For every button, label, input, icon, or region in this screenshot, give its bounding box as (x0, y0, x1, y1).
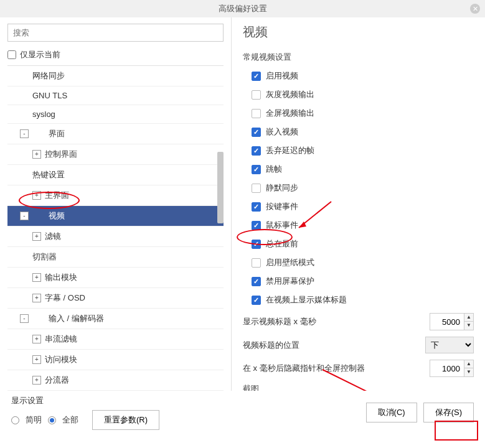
checkbox[interactable] (252, 72, 261, 81)
checkbox[interactable] (252, 165, 261, 174)
checkbox-label: 丢弃延迟的帧 (266, 145, 314, 156)
category-icon (32, 314, 45, 323)
page-title: 视频 (243, 24, 474, 40)
title-ms-spinbox[interactable]: ▲▼ (430, 313, 474, 330)
collapse-icon[interactable]: - (20, 129, 29, 138)
left-panel: 仅显示当前 网络同步GNU TLSsyslog-界面+控制界面热键设置+主界面-… (0, 17, 232, 391)
tree-item-label: 访问模块 (45, 354, 77, 365)
tree-item[interactable]: GNU TLS (7, 86, 224, 105)
tree-item-label: 字幕 / OSD (45, 292, 85, 304)
expand-icon[interactable]: + (32, 355, 41, 364)
checkbox[interactable] (252, 146, 261, 156)
expand-icon[interactable]: + (32, 273, 41, 282)
title-ms-label: 显示视频标题 x 毫秒 (243, 316, 430, 327)
hide-ms-input[interactable] (430, 360, 464, 377)
checkbox[interactable] (252, 184, 261, 193)
checkbox-label: 按键事件 (266, 201, 298, 212)
tree-item[interactable]: +分流器 (7, 370, 224, 391)
checkbox[interactable] (252, 202, 261, 212)
close-icon[interactable]: ✕ (470, 4, 480, 14)
checkbox-row: 启用壁纸模式 (252, 257, 474, 268)
checkbox[interactable] (252, 109, 261, 118)
tree-item[interactable]: +访问模块 (7, 350, 224, 370)
tree-item[interactable]: +控制界面 (7, 144, 224, 165)
checkbox[interactable] (252, 277, 261, 286)
tree-item[interactable]: +滤镜 (7, 226, 224, 247)
tree-item[interactable]: +字幕 / OSD (7, 288, 224, 309)
checkbox[interactable] (252, 128, 261, 137)
checkbox-row: 鼠标事件 (252, 220, 474, 231)
spin-up-icon[interactable]: ▲ (464, 314, 473, 322)
checkbox-row: 静默同步 (252, 182, 474, 194)
title-ms-input[interactable] (430, 313, 464, 330)
settings-tree: 网络同步GNU TLSsyslog-界面+控制界面热键设置+主界面-视频+滤镜切… (7, 65, 224, 391)
tree-item[interactable]: 切割器 (7, 247, 224, 268)
search-input[interactable] (7, 24, 224, 42)
expand-icon[interactable]: + (32, 335, 41, 343)
all-radio[interactable] (48, 416, 56, 424)
title-pos-label: 视频标题的位置 (243, 340, 425, 351)
footer: 显示设置 简明 全部 重置参数(R) 取消(C) 保存(S) (0, 391, 485, 434)
title-pos-select[interactable]: 下 (425, 337, 474, 353)
expand-icon[interactable]: + (32, 294, 41, 302)
tree-item-label: 网络同步 (32, 70, 65, 82)
checkbox[interactable] (252, 296, 261, 305)
hide-ms-spinbox[interactable]: ▲▼ (430, 360, 474, 377)
checkbox[interactable] (252, 258, 261, 268)
checkbox[interactable] (252, 90, 261, 100)
tree-item-label: 切割器 (32, 251, 57, 263)
checkbox-label: 灰度视频输出 (266, 89, 314, 100)
show-current-checkbox[interactable] (7, 50, 16, 59)
tree-item[interactable]: syslog (7, 105, 224, 124)
category-icon (32, 129, 45, 138)
tree-item[interactable]: -界面 (7, 124, 224, 144)
expand-icon[interactable]: + (32, 191, 41, 200)
collapse-icon[interactable]: - (20, 314, 29, 323)
checkbox-row: 按键事件 (252, 201, 474, 212)
reset-button[interactable]: 重置参数(R) (92, 410, 159, 430)
spin-down-icon[interactable]: ▼ (464, 322, 473, 330)
tree-item[interactable]: 网络同步 (7, 66, 224, 86)
checkbox-label: 静默同步 (266, 182, 298, 194)
tree-item-label: 输出模块 (45, 272, 77, 283)
show-current-label: 仅显示当前 (20, 49, 60, 60)
all-label: 全部 (62, 414, 78, 426)
checkbox[interactable] (252, 221, 261, 230)
checkbox-row: 总在最前 (252, 238, 474, 250)
tree-item[interactable]: -视频 (7, 206, 224, 226)
screenshot-title: 截图 (243, 383, 474, 391)
checkbox-label: 禁用屏幕保护 (266, 276, 314, 287)
checkbox-row: 跳帧 (252, 164, 474, 175)
checkbox-row: 全屏视频输出 (252, 108, 474, 119)
tree-item[interactable]: -输入 / 编解码器 (7, 309, 224, 329)
checkbox[interactable] (252, 240, 261, 249)
expand-icon[interactable]: + (32, 232, 41, 241)
tree-item-label: 串流滤镜 (45, 334, 77, 345)
spin-down-icon[interactable]: ▼ (464, 368, 473, 376)
tree-item-label: 控制界面 (45, 149, 77, 160)
tree-item[interactable]: +主界面 (7, 185, 224, 206)
checkbox-label: 跳帧 (266, 164, 282, 175)
simple-radio[interactable] (11, 416, 19, 424)
group-title: 常规视频设置 (243, 52, 474, 63)
expand-icon[interactable]: + (32, 150, 41, 159)
titlebar: 高级偏好设置 ✕ (0, 0, 485, 17)
expand-icon[interactable]: + (32, 376, 41, 385)
tree-item[interactable]: +输出模块 (7, 268, 224, 288)
tree-item-label: 滤镜 (45, 231, 61, 242)
checkbox-row: 灰度视频输出 (252, 89, 474, 100)
tree-item-label: syslog (32, 110, 55, 119)
spin-up-icon[interactable]: ▲ (464, 360, 473, 368)
tree-item[interactable]: 热键设置 (7, 165, 224, 185)
tree-item-label: 分流器 (45, 375, 69, 386)
tree-item-label: 界面 (49, 128, 65, 139)
checkbox-label: 总在最前 (266, 238, 298, 250)
collapse-icon[interactable]: - (20, 212, 29, 220)
checkbox-row: 启用视频 (252, 70, 474, 82)
save-button[interactable]: 保存(S) (423, 403, 474, 422)
scrollbar-thumb[interactable] (217, 152, 224, 223)
tree-item[interactable]: +串流滤镜 (7, 329, 224, 350)
checkbox-label: 在视频上显示媒体标题 (266, 294, 347, 306)
checkbox-label: 鼠标事件 (266, 220, 298, 231)
cancel-button[interactable]: 取消(C) (366, 403, 417, 422)
